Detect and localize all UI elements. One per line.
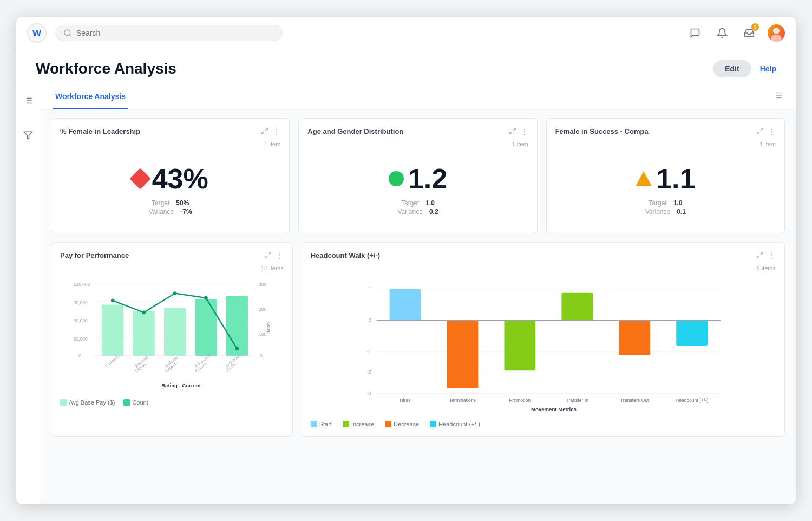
legend-dot-avg-base: [60, 399, 67, 406]
expand-icon-1[interactable]: [261, 127, 269, 136]
kpi-body-1: 43% Target 50% Variance -7%: [60, 152, 280, 224]
expand-icon-headcount[interactable]: [756, 251, 764, 260]
expand-icon-pay[interactable]: [264, 251, 272, 260]
expand-icon-3[interactable]: [756, 127, 764, 136]
dashboard: % Female in Leadership ⋮: [40, 109, 796, 504]
svg-text:Terminations: Terminations: [449, 398, 476, 403]
svg-text:Promotion: Promotion: [509, 398, 531, 403]
svg-rect-38: [133, 311, 155, 356]
more-icon-2[interactable]: ⋮: [521, 127, 528, 136]
svg-text:1: 1: [369, 286, 371, 291]
card-icons-headcount: ⋮ 6 items: [756, 251, 776, 271]
svg-point-0: [64, 30, 70, 36]
main-content: Workforce Analysis % Female in Leadershi…: [16, 84, 796, 504]
card-item-count-1: 1 item: [264, 141, 280, 147]
bar-terminations-decrease: [447, 321, 478, 388]
legend-decrease: Decrease: [385, 421, 419, 427]
more-icon-pay[interactable]: ⋮: [276, 251, 284, 260]
tab-workforce-analysis[interactable]: Workforce Analysis: [53, 84, 128, 109]
card-icons-1: ⋮ 1 item: [261, 127, 280, 147]
svg-text:-3: -3: [367, 390, 371, 396]
sidebar-menu-icon[interactable]: [21, 93, 36, 108]
sidebar-filter-icon[interactable]: [21, 128, 36, 143]
pay-performance-chart: 120,000 90,000 60,000 30,000 0 Avg Base …: [60, 276, 284, 395]
svg-line-59: [757, 256, 759, 258]
svg-line-15: [513, 128, 515, 131]
expand-icon-2[interactable]: [509, 127, 516, 136]
legend-headcount-pm: Headcount (+/-): [430, 421, 480, 427]
svg-text:-2: -2: [367, 369, 371, 375]
kpi-icon-circle: [389, 171, 404, 186]
card-title-headcount: Headcount Walk (+/-): [311, 251, 380, 259]
svg-rect-40: [195, 299, 217, 356]
svg-text:0: 0: [78, 353, 81, 359]
svg-line-20: [265, 256, 267, 258]
help-button[interactable]: Help: [760, 64, 776, 73]
legend-dot-headcount-pm: [430, 421, 436, 427]
inbox-button[interactable]: 3: [741, 24, 758, 42]
legend-start: Start: [311, 421, 332, 427]
svg-rect-37: [102, 305, 123, 356]
card-header-pay: Pay for Performance ⋮: [60, 251, 284, 271]
svg-text:-1: -1: [367, 349, 371, 354]
card-title-2: Age and Gender Distribution: [307, 127, 403, 135]
messages-button[interactable]: [686, 24, 704, 42]
more-icon-3[interactable]: ⋮: [768, 127, 776, 136]
card-item-count-pay: 10 items: [261, 265, 284, 271]
svg-text:0: 0: [369, 317, 371, 323]
headcount-walk-chart: 1 0 -1 -2 -3 Headcount (+/-): [311, 276, 776, 416]
card-title-1: % Female in Leadership: [60, 127, 140, 135]
card-item-count-2: 1 item: [512, 141, 528, 147]
svg-line-58: [761, 252, 763, 255]
kpi-value-3: 1.1: [656, 165, 695, 193]
kpi-body-3: 1.1 Target 1.0 Variance 0.1: [555, 152, 776, 224]
svg-text:60,000: 60,000: [74, 318, 88, 323]
app-logo[interactable]: w: [27, 23, 47, 43]
svg-rect-39: [164, 308, 186, 356]
user-avatar[interactable]: [768, 24, 785, 42]
top-nav: w 3: [16, 17, 796, 49]
page-header-actions: Edit Help: [713, 60, 776, 77]
svg-line-13: [265, 128, 267, 131]
tabs-bar: Workforce Analysis: [40, 84, 796, 109]
more-icon-1[interactable]: ⋮: [273, 127, 280, 136]
kpi-card-female-leadership: % Female in Leadership ⋮: [51, 118, 290, 233]
card-header-3: Female in Success - Compa: [555, 127, 776, 147]
card-icons-pay: ⋮ 10 items: [261, 251, 284, 271]
app-window: w 3: [16, 17, 796, 504]
kpi-card-age-gender: Age and Gender Distribution: [298, 118, 537, 233]
card-title-pay: Pay for Performance: [60, 251, 129, 259]
svg-text:300: 300: [259, 282, 267, 287]
sidebar: [16, 84, 40, 504]
headcount-svg: 1 0 -1 -2 -3 Headcount (+/-): [311, 276, 776, 416]
edit-button[interactable]: Edit: [713, 60, 751, 77]
svg-line-19: [269, 252, 271, 255]
pay-performance-legend: Avg Base Pay ($) Count: [60, 399, 284, 406]
search-bar[interactable]: [55, 25, 283, 41]
svg-text:30,000: 30,000: [74, 336, 88, 342]
kpi-body-2: 1.2 Target 1.0 Variance 0.2: [307, 152, 528, 224]
svg-marker-9: [24, 132, 32, 139]
legend-dot-start: [311, 421, 317, 427]
search-input[interactable]: [76, 29, 274, 37]
svg-text:Transfer In: Transfer In: [566, 398, 588, 403]
notifications-button[interactable]: [713, 24, 731, 42]
kpi-card-female-compa: Female in Success - Compa: [546, 118, 785, 233]
svg-point-43: [142, 311, 146, 315]
svg-text:Hires: Hires: [400, 398, 411, 403]
svg-point-45: [204, 296, 208, 300]
legend-count: Count: [123, 399, 148, 406]
headcount-walk-legend: Start Increase Decrease: [311, 421, 776, 427]
more-icon-headcount[interactable]: ⋮: [768, 251, 776, 260]
svg-point-1: [773, 28, 780, 34]
tabs-menu-icon[interactable]: [773, 90, 783, 103]
svg-line-14: [262, 132, 264, 134]
kpi-cards-row: % Female in Leadership ⋮: [51, 118, 785, 233]
svg-text:Movement Metrics: Movement Metrics: [531, 406, 577, 412]
pay-performance-card: Pay for Performance ⋮: [51, 242, 293, 437]
svg-line-17: [761, 128, 763, 131]
chart-cards-row: Pay for Performance ⋮: [51, 242, 785, 437]
kpi-value-1: 43%: [152, 165, 208, 193]
svg-text:Rating - Current: Rating - Current: [161, 382, 201, 388]
svg-point-42: [111, 299, 115, 303]
